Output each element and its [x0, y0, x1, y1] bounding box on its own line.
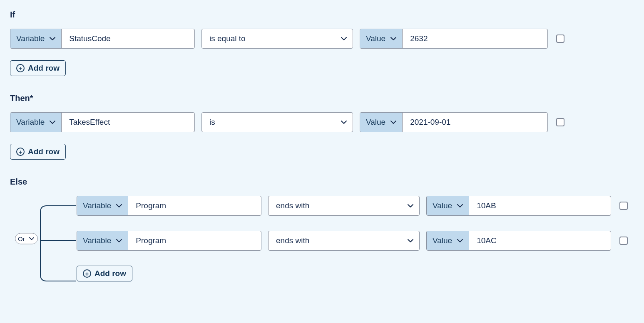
variable-type-label: Variable	[83, 236, 111, 245]
value-type-label: Value	[366, 118, 385, 127]
else-value-pair: Value 10AC	[426, 231, 611, 251]
value-type-label: Value	[366, 34, 385, 43]
variable-type-label: Variable	[83, 201, 111, 210]
logic-column: Or	[10, 196, 77, 281]
else-operator-value: ends with	[276, 236, 309, 245]
else-variable-type-select[interactable]: Variable	[77, 231, 128, 250]
if-add-row-button[interactable]: + Add row	[10, 60, 66, 76]
then-add-row-button[interactable]: + Add row	[10, 144, 66, 160]
if-value-type-select[interactable]: Value	[360, 29, 403, 48]
else-add-row-button[interactable]: + Add row	[77, 266, 132, 281]
plus-circle-icon: +	[16, 148, 25, 156]
if-section: If Variable StatusCode is equal to Value…	[10, 10, 634, 76]
chevron-down-icon	[29, 237, 35, 240]
variable-type-label: Variable	[16, 118, 45, 127]
then-variable-type-select[interactable]: Variable	[10, 113, 62, 132]
if-variable-input[interactable]: StatusCode	[62, 29, 194, 48]
chevron-down-icon	[116, 239, 122, 242]
else-condition-row: Variable Program ends with Value 10AC	[77, 231, 634, 251]
value-type-label: Value	[433, 201, 452, 210]
chevron-down-icon	[341, 121, 347, 124]
chevron-down-icon	[50, 37, 55, 40]
else-value-type-select[interactable]: Value	[427, 231, 469, 250]
else-operator-value: ends with	[276, 201, 309, 210]
else-value-pair: Value 10AB	[426, 196, 611, 216]
else-row-checkbox[interactable]	[619, 202, 628, 210]
add-row-label: Add row	[28, 64, 60, 73]
else-group: Or Variable Program ends with	[10, 196, 634, 281]
if-heading: If	[10, 10, 634, 20]
else-operator-select[interactable]: ends with	[268, 196, 420, 216]
value-type-label: Value	[433, 236, 452, 245]
else-section: Else Or Variable Program	[10, 177, 634, 281]
if-operator-value: is equal to	[209, 34, 246, 43]
chevron-down-icon	[341, 37, 347, 40]
if-operator-select[interactable]: is equal to	[201, 29, 353, 49]
else-value-input[interactable]: 10AB	[469, 196, 611, 215]
then-row-checkbox[interactable]	[556, 118, 564, 126]
chevron-down-icon	[457, 204, 463, 207]
then-operator-value: is	[209, 118, 215, 127]
else-variable-pair: Variable Program	[77, 231, 261, 251]
else-operator-select[interactable]: ends with	[268, 231, 420, 251]
plus-circle-icon: +	[83, 269, 91, 278]
bracket-connector	[34, 196, 76, 283]
else-variable-type-select[interactable]: Variable	[77, 196, 128, 215]
else-variable-pair: Variable Program	[77, 196, 261, 216]
add-row-label: Add row	[28, 147, 60, 156]
logic-operator-value: Or	[18, 235, 25, 242]
variable-type-label: Variable	[16, 34, 45, 43]
then-value-pair: Value 2021-09-01	[360, 112, 548, 132]
if-value-input[interactable]: 2632	[403, 29, 547, 48]
chevron-down-icon	[457, 239, 463, 242]
if-row-checkbox[interactable]	[556, 35, 564, 43]
logic-operator-select[interactable]: Or	[15, 233, 38, 244]
else-heading: Else	[10, 177, 634, 187]
else-value-input[interactable]: 10AC	[469, 231, 611, 250]
if-variable-type-select[interactable]: Variable	[10, 29, 62, 48]
else-row-checkbox[interactable]	[619, 237, 628, 245]
chevron-down-icon	[50, 121, 55, 124]
if-value-pair: Value 2632	[360, 29, 548, 49]
plus-circle-icon: +	[16, 64, 25, 72]
else-value-type-select[interactable]: Value	[427, 196, 469, 215]
chevron-down-icon	[390, 37, 396, 40]
then-condition-row: Variable TakesEffect is Value 2021-09-01	[10, 112, 634, 132]
else-rows-container: Variable Program ends with Value 10AB	[77, 196, 634, 281]
if-condition-row: Variable StatusCode is equal to Value 26…	[10, 29, 634, 49]
chevron-down-icon	[390, 121, 396, 124]
then-operator-select[interactable]: is	[201, 112, 353, 132]
chevron-down-icon	[408, 204, 413, 207]
chevron-down-icon	[116, 204, 122, 207]
then-section: Then* Variable TakesEffect is Value 2021…	[10, 94, 634, 160]
else-condition-row: Variable Program ends with Value 10AB	[77, 196, 634, 216]
if-variable-pair: Variable StatusCode	[10, 29, 195, 49]
chevron-down-icon	[408, 239, 413, 242]
then-value-input[interactable]: 2021-09-01	[403, 113, 547, 132]
then-variable-pair: Variable TakesEffect	[10, 112, 195, 132]
then-heading: Then*	[10, 94, 634, 103]
then-variable-input[interactable]: TakesEffect	[62, 113, 194, 132]
else-variable-input[interactable]: Program	[128, 196, 261, 215]
add-row-label: Add row	[94, 269, 126, 278]
else-variable-input[interactable]: Program	[128, 231, 261, 250]
then-value-type-select[interactable]: Value	[360, 113, 403, 132]
